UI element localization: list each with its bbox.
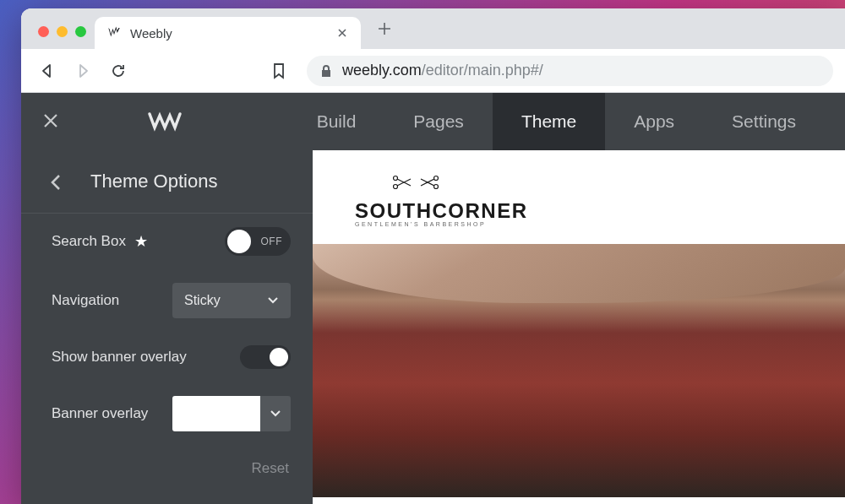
chevron-down-icon [267,296,279,305]
window-close-button[interactable] [38,26,49,37]
tab-strip: Weebly [21,8,845,49]
svg-point-3 [434,185,439,189]
browser-window: Weebly weebly.com/editor/main. [21,8,845,504]
bookmark-button[interactable] [264,57,293,85]
banner-image [313,244,845,497]
reset-button[interactable]: Reset [252,460,289,476]
nav-build[interactable]: Build [288,93,385,150]
nav-back-button[interactable] [33,57,62,85]
preview-brand: SOUTHCORNER GENTLEMEN'S BARBERSHOP [313,150,845,244]
show-banner-overlay-toggle[interactable] [240,345,291,369]
option-banner-overlay-color: Banner overlay [21,382,313,445]
chevron-down-icon [260,396,291,431]
banner-overlay-color-picker[interactable] [172,396,291,431]
app-body: Theme Options Search Box ★ OFF Navigatio… [21,150,845,504]
star-icon: ★ [134,232,148,251]
toggle-knob [270,348,288,366]
tab-close-button[interactable] [335,26,349,40]
window-maximize-button[interactable] [75,26,86,37]
nav-apps[interactable]: Apps [605,93,703,150]
url-field[interactable]: weebly.com/editor/main.php#/ [307,56,833,86]
nav-pages[interactable]: Pages [384,93,493,150]
search-box-toggle[interactable]: OFF [225,227,291,256]
option-label: Banner overlay [52,405,148,422]
option-search-box: Search Box ★ OFF [21,214,313,269]
editor-close-button[interactable] [41,111,62,132]
nav-theme[interactable]: Theme [493,93,605,150]
sidebar-header: Theme Options [21,150,313,214]
header-nav: Build Pages Theme Apps Settings [288,93,825,150]
sidebar-back-button[interactable] [50,173,67,190]
nav-reload-button[interactable] [104,57,133,85]
option-label: Search Box ★ [52,232,148,251]
toggle-knob [227,230,251,253]
lock-icon [320,64,334,78]
nav-settings[interactable]: Settings [703,93,825,150]
url-domain: weebly.com [342,62,422,79]
reset-row: Reset [21,445,313,492]
navigation-dropdown[interactable]: Sticky [172,283,291,318]
svg-point-2 [434,176,439,181]
color-swatch [172,396,260,431]
url-text: weebly.com/editor/main.php#/ [342,62,543,79]
window-controls [33,26,95,49]
dropdown-value: Sticky [184,293,221,308]
brand-title: SOUTHCORNER [355,199,845,223]
option-navigation: Navigation Sticky [21,269,313,332]
weebly-favicon-icon [106,25,122,41]
new-tab-button[interactable] [373,17,396,41]
window-minimize-button[interactable] [57,26,68,37]
toggle-state-label: OFF [261,236,283,247]
sidebar-title: Theme Options [90,171,217,192]
theme-options-sidebar: Theme Options Search Box ★ OFF Navigatio… [21,150,313,504]
brand-subtitle: GENTLEMEN'S BARBERSHOP [355,221,845,227]
option-label: Navigation [52,292,119,309]
scissors-icon [390,174,845,192]
nav-forward-button[interactable] [68,57,97,85]
option-show-banner-overlay: Show banner overlay [21,332,313,382]
svg-point-1 [394,185,398,189]
weebly-logo-icon[interactable] [146,103,183,140]
browser-tab[interactable]: Weebly [95,17,361,49]
option-label: Show banner overlay [52,349,187,366]
svg-point-0 [394,176,398,181]
site-preview: SOUTHCORNER GENTLEMEN'S BARBERSHOP [313,150,845,504]
tab-title: Weebly [130,26,327,41]
url-path: /editor/main.php#/ [422,62,543,79]
address-bar: weebly.com/editor/main.php#/ [21,49,845,93]
app-header: Build Pages Theme Apps Settings [21,93,845,150]
